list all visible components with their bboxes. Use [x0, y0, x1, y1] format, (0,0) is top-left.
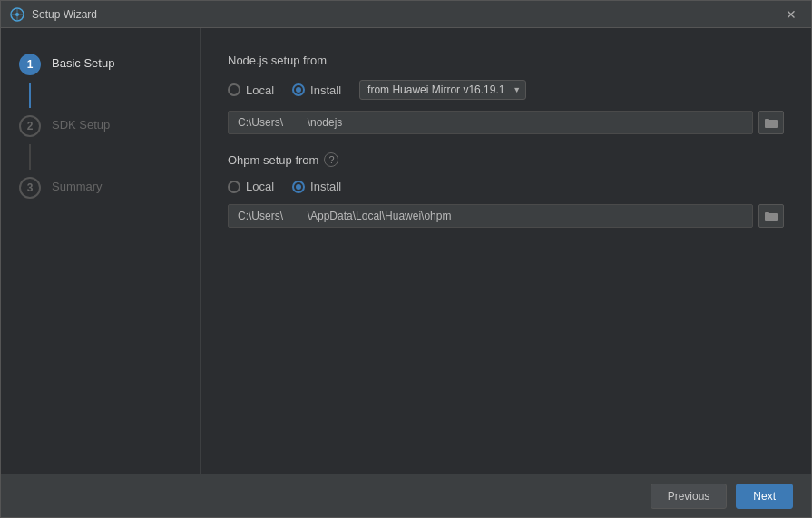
- ohpm-local-radio[interactable]: [228, 181, 240, 193]
- ohpm-install-option[interactable]: Install: [292, 180, 341, 193]
- nodejs-section-title: Node.js setup from: [228, 54, 784, 67]
- nodejs-mirror-dropdown-wrapper: from Huawei Mirror v16.19.1: [359, 80, 526, 100]
- ohpm-source-row: Local Install: [228, 180, 784, 193]
- nodejs-mirror-dropdown[interactable]: from Huawei Mirror v16.19.1: [359, 80, 526, 100]
- nodejs-path-row: [228, 111, 784, 134]
- svg-rect-5: [765, 212, 769, 215]
- step-1-label: Basic Setup: [52, 54, 114, 70]
- step-3-circle: 3: [19, 177, 41, 199]
- nodejs-source-row: Local Install from Huawei Mirror v16.19.…: [228, 80, 784, 100]
- step-2-circle: 2: [19, 115, 41, 137]
- sidebar-item-sdk-setup[interactable]: 2 SDK Setup: [1, 108, 200, 144]
- ohpm-section-header: Ohpm setup from ?: [228, 152, 784, 167]
- nodejs-local-option[interactable]: Local: [228, 83, 274, 97]
- sidebar-item-summary[interactable]: 3 Summary: [1, 170, 200, 206]
- nodejs-local-label: Local: [246, 83, 274, 97]
- app-logo: [10, 7, 24, 22]
- ohpm-install-radio[interactable]: [292, 181, 305, 193]
- step-connector-1: [29, 83, 31, 108]
- svg-rect-3: [765, 119, 769, 122]
- ohpm-path-row: [228, 204, 784, 228]
- content-area: 1 Basic Setup 2 SDK Setup 3 Summary: [1, 28, 811, 474]
- window-title: Setup Wizard: [32, 8, 780, 21]
- ohpm-local-option[interactable]: Local: [228, 180, 274, 193]
- sidebar: 1 Basic Setup 2 SDK Setup 3 Summary: [1, 28, 201, 474]
- step-1-circle: 1: [19, 54, 41, 75]
- title-bar: Setup Wizard ✕: [1, 1, 811, 28]
- nodejs-local-radio[interactable]: [228, 83, 240, 96]
- nodejs-mirror-wrapper: from Huawei Mirror v16.19.1: [359, 80, 526, 100]
- next-button[interactable]: Next: [736, 484, 793, 509]
- nodejs-install-option[interactable]: Install: [292, 83, 341, 97]
- svg-point-1: [15, 13, 19, 16]
- ohpm-install-label: Install: [310, 180, 341, 193]
- ohpm-path-input[interactable]: [228, 204, 753, 228]
- nodejs-install-radio[interactable]: [292, 83, 305, 96]
- nodejs-install-label: Install: [310, 83, 341, 97]
- ohpm-section-title: Ohpm setup from: [228, 153, 318, 167]
- sidebar-item-basic-setup[interactable]: 1 Basic Setup: [1, 46, 200, 83]
- step-connector-2: [29, 144, 31, 170]
- ohpm-browse-button[interactable]: [758, 204, 784, 228]
- folder-icon: [765, 117, 778, 128]
- setup-wizard-window: Setup Wizard ✕ 1 Basic Setup 2 SDK Setup: [0, 0, 812, 518]
- main-panel: Node.js setup from Local Install from Hu…: [201, 28, 811, 474]
- previous-button[interactable]: Previous: [651, 484, 728, 509]
- footer: Previous Next: [1, 474, 811, 517]
- nodejs-path-input[interactable]: [228, 111, 753, 134]
- step-3-label: Summary: [52, 177, 103, 193]
- folder-icon-ohpm: [765, 210, 778, 221]
- close-button[interactable]: ✕: [780, 5, 802, 24]
- nodejs-browse-button[interactable]: [758, 111, 784, 134]
- step-2-label: SDK Setup: [52, 115, 110, 132]
- ohpm-help-icon[interactable]: ?: [324, 152, 338, 167]
- ohpm-local-label: Local: [246, 180, 274, 193]
